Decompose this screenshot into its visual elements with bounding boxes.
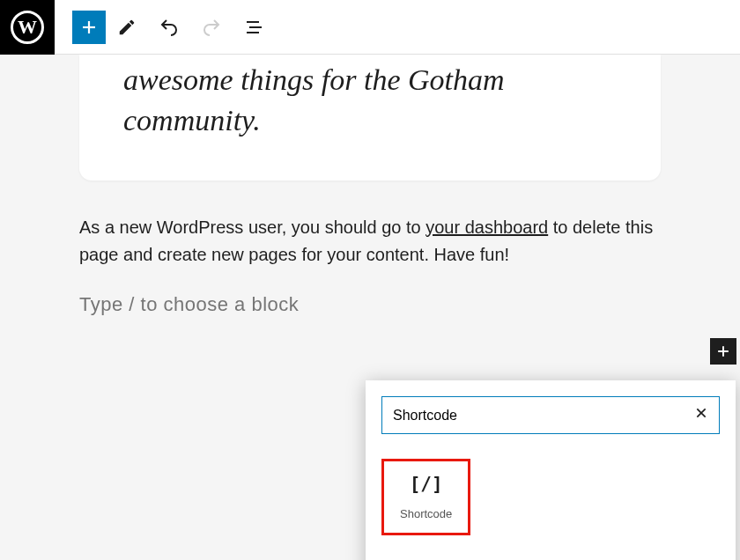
inserter-search bbox=[366, 380, 736, 450]
block-type-label: Shortcode bbox=[400, 507, 452, 520]
toolbar-items bbox=[55, 6, 275, 48]
paragraph-text-prefix: As a new WordPress user, you should go t… bbox=[79, 217, 426, 237]
undo-button[interactable] bbox=[148, 6, 190, 48]
editor-canvas: awesome things for the Gotham community.… bbox=[0, 55, 740, 316]
add-block-button[interactable] bbox=[72, 11, 106, 44]
undo-icon bbox=[159, 17, 180, 38]
inserter-results: [/] Shortcode bbox=[366, 450, 736, 560]
quote-text: awesome things for the Gotham community. bbox=[123, 55, 617, 141]
quote-block[interactable]: awesome things for the Gotham community. bbox=[79, 55, 661, 181]
search-input-wrap bbox=[381, 396, 720, 434]
pencil-icon bbox=[117, 18, 137, 37]
shortcode-icon: [/] bbox=[410, 474, 443, 495]
paragraph-block[interactable]: As a new WordPress user, you should go t… bbox=[79, 214, 661, 269]
block-type-shortcode[interactable]: [/] Shortcode bbox=[381, 459, 470, 535]
document-overview-button[interactable] bbox=[233, 6, 275, 48]
wp-logo-icon: W bbox=[11, 11, 44, 44]
redo-button bbox=[190, 6, 233, 48]
inline-add-block-button[interactable] bbox=[710, 338, 736, 365]
edit-mode-button[interactable] bbox=[106, 6, 148, 48]
clear-search-button[interactable] bbox=[694, 406, 708, 424]
plus-icon bbox=[78, 17, 100, 38]
redo-icon bbox=[201, 17, 222, 38]
block-inserter-popover: [/] Shortcode Browse all bbox=[366, 380, 736, 560]
placeholder-text: Type / to choose a block bbox=[79, 293, 299, 316]
plus-icon bbox=[714, 343, 732, 360]
close-icon bbox=[694, 406, 708, 420]
empty-block-placeholder[interactable]: Type / to choose a block bbox=[79, 293, 661, 316]
dashboard-link[interactable]: your dashboard bbox=[426, 217, 548, 237]
list-view-icon bbox=[243, 17, 264, 38]
search-input[interactable] bbox=[393, 408, 687, 424]
editor-toolbar: W bbox=[0, 0, 740, 55]
wp-logo[interactable]: W bbox=[0, 0, 55, 55]
